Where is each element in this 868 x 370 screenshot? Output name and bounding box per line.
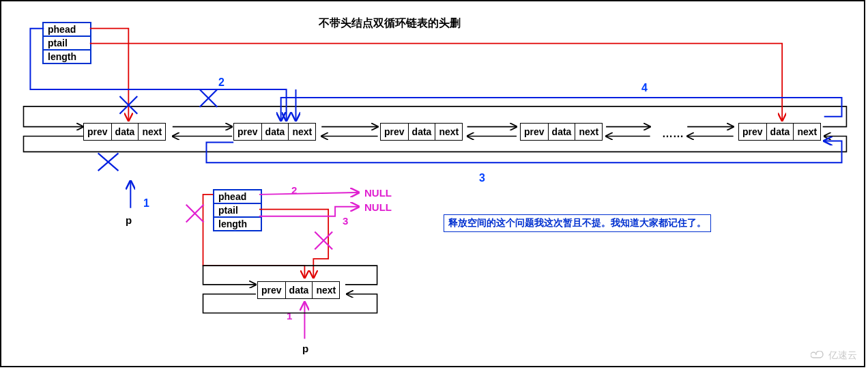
- label-3: 3: [479, 172, 485, 184]
- node-next: next: [139, 124, 165, 140]
- label-mid-p: p: [302, 343, 308, 354]
- node-next: next: [435, 124, 462, 140]
- diagram-canvas: 不带头结点双循环链表的头删 phead ptail length prev da…: [0, 0, 865, 367]
- label-p: p: [126, 214, 132, 226]
- node-prev: prev: [234, 124, 262, 140]
- node-2: prev data next: [233, 123, 316, 141]
- svg-line-15: [98, 153, 119, 171]
- arrows-overlay: [1, 1, 864, 366]
- svg-line-12: [119, 96, 137, 114]
- svg-line-20: [186, 205, 204, 223]
- label-mid-1: 1: [287, 310, 292, 322]
- node-1: prev data next: [83, 123, 166, 141]
- watermark-text: 亿速云: [828, 350, 857, 360]
- annotation-box: 释放空间的这个问题我这次暂且不提。我知道大家都记住了。: [444, 214, 711, 232]
- svg-line-13: [200, 89, 218, 107]
- node-data: data: [409, 124, 436, 140]
- node-data: data: [767, 124, 794, 140]
- node-prev: prev: [739, 124, 767, 140]
- header-length: length: [44, 51, 90, 63]
- node-last: prev data next: [738, 123, 821, 141]
- node-3: prev data next: [380, 123, 463, 141]
- label-mid-2: 2: [291, 184, 297, 196]
- svg-line-17: [259, 193, 359, 195]
- label-2: 2: [218, 76, 225, 89]
- node-single: prev data next: [257, 281, 340, 299]
- svg-line-16: [98, 153, 119, 171]
- node-prev: prev: [521, 124, 549, 140]
- node-next: next: [794, 124, 820, 140]
- null-1: NULL: [364, 187, 392, 199]
- header-ptail: ptail: [44, 37, 90, 51]
- svg-line-14: [200, 89, 218, 107]
- node-prev: prev: [84, 124, 112, 140]
- header-phead: phead: [214, 190, 261, 204]
- header-length: length: [214, 218, 261, 230]
- list-header-mid: phead ptail length: [213, 189, 262, 231]
- node-data: data: [112, 124, 139, 140]
- header-ptail: ptail: [214, 204, 261, 218]
- node-prev: prev: [258, 282, 286, 298]
- label-4: 4: [641, 82, 648, 94]
- watermark: 亿速云: [811, 350, 857, 362]
- svg-line-11: [119, 96, 137, 114]
- svg-line-21: [315, 231, 332, 249]
- node-4: prev data next: [520, 123, 603, 141]
- label-mid-3: 3: [343, 215, 348, 227]
- svg-line-22: [315, 231, 332, 249]
- node-next: next: [289, 124, 315, 140]
- node-data: data: [549, 124, 576, 140]
- diagram-title: 不带头结点双循环链表的头删: [319, 16, 461, 31]
- list-header-top: phead ptail length: [42, 22, 91, 64]
- null-2: NULL: [364, 201, 392, 213]
- label-1: 1: [143, 197, 149, 210]
- ellipsis: ……: [662, 128, 684, 140]
- svg-line-19: [186, 205, 204, 223]
- node-data: data: [262, 124, 289, 140]
- node-next: next: [313, 282, 339, 298]
- node-next: next: [575, 124, 602, 140]
- header-phead: phead: [44, 23, 90, 37]
- node-data: data: [286, 282, 313, 298]
- node-prev: prev: [381, 124, 409, 140]
